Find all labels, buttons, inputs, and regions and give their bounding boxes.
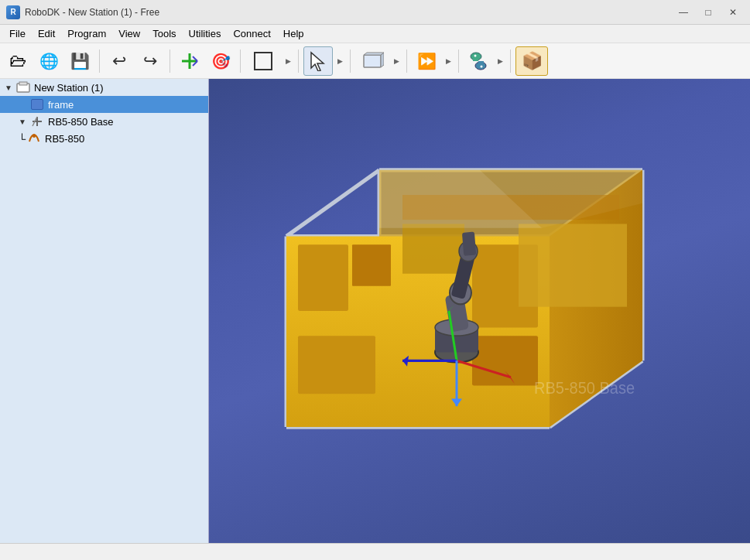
expand-5[interactable]: ▶ — [495, 46, 505, 76]
menu-edit[interactable]: Edit — [32, 26, 61, 41]
add-item-icon — [179, 50, 200, 72]
toolbar: 🗁 🌐 💾 ↩ ↪ 🎯 ▶ — [0, 43, 750, 79]
frame-icon — [29, 98, 45, 111]
close-button[interactable]: ✕ — [722, 4, 744, 21]
svg-rect-43 — [519, 224, 627, 307]
svg-rect-44 — [402, 224, 464, 274]
separator-3 — [240, 50, 241, 73]
add-item-btn[interactable] — [175, 46, 204, 76]
svg-point-20 — [33, 135, 36, 138]
separator-1 — [99, 50, 100, 73]
menu-view[interactable]: View — [112, 26, 146, 41]
svg-rect-16 — [19, 82, 27, 85]
target-icon: 🎯 — [211, 52, 231, 70]
station-label: New Station (1) — [34, 82, 104, 94]
scene-svg: RB5-850 Base — [209, 79, 750, 543]
viewport[interactable]: RB5-850 Base — [209, 79, 750, 543]
play-btn[interactable]: ⏩ — [412, 46, 441, 76]
station-icon — [15, 81, 31, 94]
play-icon: ⏩ — [417, 52, 437, 70]
expand-2[interactable]: ▶ — [334, 46, 345, 76]
svg-point-14 — [481, 65, 483, 67]
status-bar — [0, 543, 750, 560]
svg-rect-41 — [298, 336, 375, 394]
svg-rect-4 — [255, 53, 272, 70]
svg-rect-40 — [472, 336, 538, 385]
app-icon: R — [6, 5, 20, 19]
tree-item-station[interactable]: ▼ New Station (1) — [0, 79, 208, 96]
svg-line-27 — [286, 170, 379, 237]
title-bar-left: R RoboDK - New Station (1) - Free — [6, 5, 159, 19]
separator-4 — [298, 50, 299, 73]
svg-marker-8 — [364, 53, 384, 55]
expand-3[interactable]: ▶ — [391, 46, 402, 76]
svg-rect-54 — [462, 232, 476, 256]
menu-tools[interactable]: Tools — [146, 26, 182, 41]
svg-text:RB5-850 Base: RB5-850 Base — [534, 378, 635, 397]
menu-connect[interactable]: Connect — [227, 26, 276, 41]
view3d-btn[interactable] — [355, 46, 389, 76]
redo-btn[interactable]: ↪ — [135, 46, 165, 76]
svg-rect-38 — [352, 244, 391, 286]
save-btn[interactable]: 💾 — [65, 46, 94, 76]
tree-panel: ▼ New Station (1) frame ▼ — [0, 79, 209, 543]
expand-4[interactable]: ▶ — [443, 46, 454, 76]
frame-indent — [5, 99, 19, 111]
menu-program[interactable]: Program — [61, 26, 112, 41]
rb5base-expand-arrow: ▼ — [19, 118, 29, 126]
separator-6 — [406, 50, 407, 73]
save-icon: 💾 — [70, 52, 90, 70]
title-bar-text: RoboDK - New Station (1) - Free — [25, 7, 159, 18]
cursor-icon — [310, 51, 327, 71]
rb5-icon — [26, 132, 42, 145]
folder-icon: 🗁 — [9, 51, 26, 71]
python-icon — [467, 50, 489, 72]
title-bar-controls: — □ ✕ — [673, 4, 744, 21]
undo-btn[interactable]: ↩ — [104, 46, 134, 76]
minimize-button[interactable]: — — [673, 4, 694, 21]
globe-icon: 🌐 — [39, 52, 59, 70]
expand-1[interactable]: ▶ — [283, 46, 293, 76]
redo-icon: ↪ — [143, 51, 157, 71]
tree-item-rb5[interactable]: └ RB5-850 — [0, 130, 208, 147]
menu-file[interactable]: File — [3, 26, 32, 41]
tree-item-frame[interactable]: frame — [0, 96, 208, 113]
fit-icon — [252, 50, 275, 73]
open-folder-btn[interactable]: 🗁 — [3, 46, 33, 76]
menu-help[interactable]: Help — [277, 26, 310, 41]
menu-utilities[interactable]: Utilities — [183, 26, 228, 41]
title-bar: R RoboDK - New Station (1) - Free — □ ✕ — [0, 0, 750, 25]
rb5base-icon — [29, 115, 45, 128]
frame-label: frame — [48, 99, 74, 111]
maximize-button[interactable]: □ — [697, 4, 719, 21]
separator-5 — [350, 50, 351, 73]
menu-bar: File Edit Program View Tools Utilities C… — [0, 25, 750, 43]
target-btn[interactable]: 🎯 — [206, 46, 235, 76]
rb5base-label: RB5-850 Base — [48, 116, 114, 128]
tree-item-rb5-base[interactable]: ▼ RB5-850 Base — [0, 113, 208, 130]
fit-view-btn[interactable] — [245, 46, 281, 76]
package-icon: 📦 — [522, 51, 543, 71]
package-btn[interactable]: 📦 — [515, 46, 548, 76]
station-expand-arrow: ▼ — [5, 84, 15, 92]
python-btn[interactable] — [464, 46, 493, 76]
separator-7 — [458, 50, 459, 73]
rb5-indent-2: └ — [19, 133, 26, 145]
globe-btn[interactable]: 🌐 — [34, 46, 63, 76]
separator-8 — [510, 50, 511, 73]
cursor-btn[interactable] — [303, 46, 333, 76]
rb5-label: RB5-850 — [45, 133, 84, 145]
undo-icon: ↩ — [112, 51, 126, 71]
svg-marker-5 — [311, 53, 324, 71]
svg-point-13 — [474, 54, 477, 56]
separator-2 — [170, 50, 170, 73]
view3d-icon — [361, 51, 384, 71]
svg-rect-37 — [298, 244, 348, 311]
svg-rect-6 — [364, 55, 381, 67]
main-area: ▼ New Station (1) frame ▼ — [0, 79, 750, 543]
